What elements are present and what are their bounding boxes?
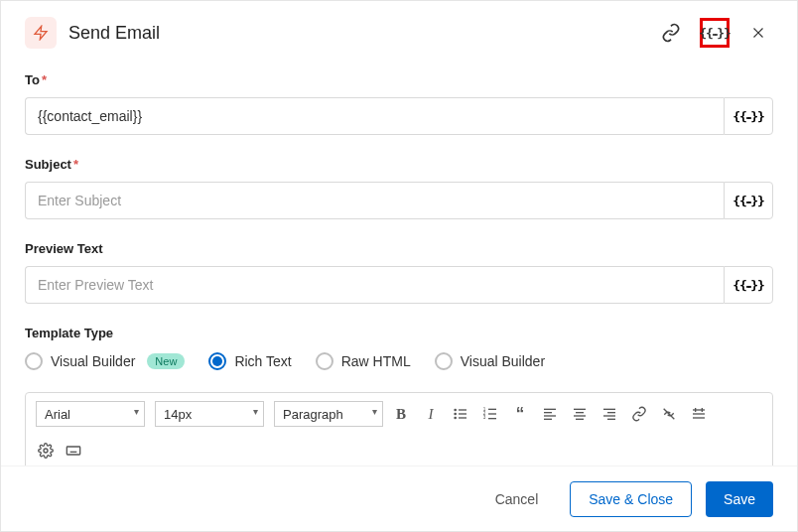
svg-rect-16 bbox=[544, 412, 552, 413]
svg-rect-34 bbox=[66, 447, 79, 455]
preview-variable-button[interactable]: {{•••}} bbox=[724, 266, 773, 304]
settings-gear-icon[interactable] bbox=[38, 443, 54, 459]
template-option-rich-text[interactable]: Rich Text bbox=[208, 352, 291, 370]
svg-rect-28 bbox=[693, 409, 705, 410]
preview-label: Preview Text bbox=[25, 241, 773, 256]
svg-rect-8 bbox=[459, 417, 466, 418]
radio-label: Raw HTML bbox=[341, 353, 411, 369]
template-type-label: Template Type bbox=[25, 326, 773, 340]
svg-rect-24 bbox=[607, 412, 615, 413]
unordered-list-icon[interactable] bbox=[453, 406, 468, 422]
cancel-button[interactable]: Cancel bbox=[477, 481, 557, 517]
radio-label: Visual Builder bbox=[461, 353, 545, 369]
svg-rect-22 bbox=[576, 419, 584, 420]
radio-icon bbox=[435, 352, 453, 370]
to-field: To* {{•••}} bbox=[25, 72, 773, 135]
preview-input[interactable] bbox=[25, 266, 724, 304]
preview-text-field: Preview Text {{•••}} bbox=[25, 241, 773, 304]
align-left-icon[interactable] bbox=[542, 406, 558, 422]
variable-icon: {{•••}} bbox=[732, 278, 764, 293]
italic-icon[interactable]: I bbox=[423, 406, 439, 422]
svg-point-5 bbox=[454, 413, 457, 416]
svg-rect-4 bbox=[459, 409, 466, 410]
radio-icon bbox=[25, 352, 43, 370]
svg-rect-15 bbox=[544, 409, 556, 410]
svg-rect-29 bbox=[693, 413, 705, 414]
svg-rect-10 bbox=[488, 409, 496, 410]
svg-text:3: 3 bbox=[483, 415, 486, 420]
radio-label: Rich Text bbox=[234, 353, 291, 369]
unlink-icon[interactable] bbox=[661, 406, 677, 422]
svg-rect-32 bbox=[702, 408, 703, 412]
svg-point-3 bbox=[454, 409, 457, 412]
template-option-visual-builder-new[interactable]: Visual Builder New bbox=[25, 352, 185, 370]
modal-header: Send Email {{•••}} bbox=[25, 17, 773, 49]
svg-rect-19 bbox=[574, 409, 586, 410]
save-close-button[interactable]: Save & Close bbox=[570, 481, 692, 517]
radio-label: Visual Builder bbox=[51, 353, 135, 369]
block-format-select[interactable]: Paragraph bbox=[274, 401, 383, 427]
template-option-raw-html[interactable]: Raw HTML bbox=[316, 352, 411, 370]
keyboard-icon[interactable] bbox=[66, 443, 81, 459]
svg-rect-17 bbox=[544, 415, 556, 416]
template-type-field: Template Type Visual Builder New Rich Te… bbox=[25, 326, 773, 370]
variable-icon: {{•••}} bbox=[699, 26, 731, 41]
blockquote-icon[interactable]: “ bbox=[512, 406, 528, 422]
to-input[interactable] bbox=[25, 97, 724, 135]
svg-rect-23 bbox=[603, 409, 615, 410]
to-label: To* bbox=[25, 72, 773, 87]
subject-field: Subject* {{•••}} bbox=[25, 157, 773, 219]
subject-variable-button[interactable]: {{•••}} bbox=[724, 182, 773, 219]
ordered-list-icon[interactable]: 123 bbox=[482, 406, 498, 422]
svg-rect-14 bbox=[488, 418, 496, 419]
insert-link-icon[interactable] bbox=[631, 406, 647, 422]
svg-rect-12 bbox=[488, 413, 496, 414]
modal-scroll-area[interactable]: Send Email {{•••}} To* {{•••}} Subj bbox=[1, 1, 797, 466]
svg-marker-0 bbox=[35, 26, 47, 39]
svg-point-33 bbox=[44, 449, 48, 453]
variable-picker-header-button[interactable]: {{•••}} bbox=[700, 18, 730, 48]
bold-icon[interactable]: B bbox=[393, 406, 409, 422]
modal-footer: Cancel Save & Close Save bbox=[1, 466, 797, 531]
svg-point-7 bbox=[454, 417, 457, 420]
send-email-modal: Send Email {{•••}} To* {{•••}} Subj bbox=[0, 0, 798, 532]
svg-rect-31 bbox=[695, 408, 696, 412]
svg-rect-30 bbox=[693, 417, 705, 418]
font-select[interactable]: Arial bbox=[36, 401, 145, 427]
more-formatting-icon[interactable] bbox=[691, 406, 707, 422]
font-size-select[interactable]: 14px bbox=[155, 401, 264, 427]
variable-icon: {{•••}} bbox=[732, 194, 764, 208]
radio-icon bbox=[316, 352, 333, 370]
subject-input[interactable] bbox=[25, 182, 724, 219]
radio-icon bbox=[208, 352, 226, 370]
to-variable-button[interactable]: {{•••}} bbox=[724, 97, 773, 135]
lightning-icon bbox=[25, 17, 57, 49]
header-actions: {{•••}} bbox=[656, 18, 773, 48]
svg-rect-21 bbox=[574, 415, 586, 416]
align-center-icon[interactable] bbox=[572, 406, 588, 422]
variable-icon: {{•••}} bbox=[732, 109, 764, 124]
subject-label: Subject* bbox=[25, 157, 773, 172]
svg-rect-18 bbox=[544, 419, 552, 420]
new-badge: New bbox=[147, 353, 185, 369]
svg-rect-6 bbox=[459, 413, 466, 414]
link-icon[interactable] bbox=[656, 18, 686, 48]
modal-title: Send Email bbox=[68, 23, 656, 44]
svg-rect-26 bbox=[607, 419, 615, 420]
save-button[interactable]: Save bbox=[706, 481, 773, 517]
align-right-icon[interactable] bbox=[601, 406, 617, 422]
editor-toolbar: Arial 14px Paragraph B I 123 “ bbox=[25, 392, 773, 466]
template-option-visual-builder[interactable]: Visual Builder bbox=[435, 352, 545, 370]
close-button[interactable] bbox=[743, 18, 773, 48]
svg-rect-20 bbox=[576, 412, 584, 413]
svg-rect-25 bbox=[603, 415, 615, 416]
